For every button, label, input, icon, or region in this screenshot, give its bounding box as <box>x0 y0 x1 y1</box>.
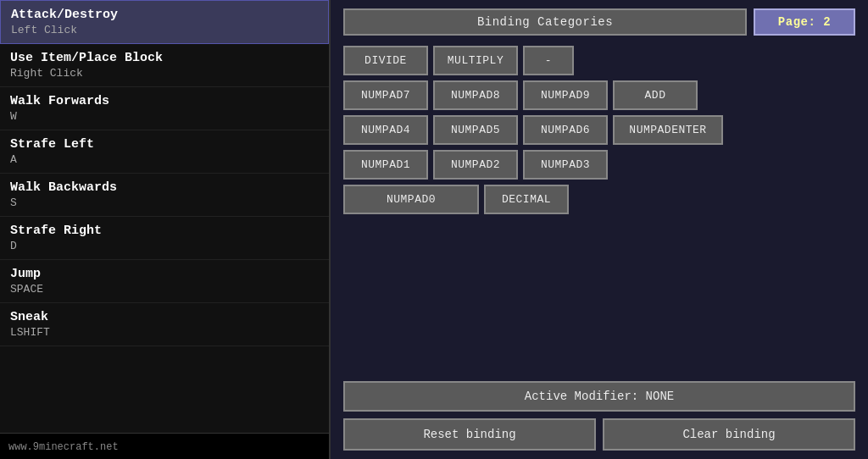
right-panel: Binding Categories Page: 2 DIVIDEMULTIPL… <box>331 0 868 459</box>
key-name: SPACE <box>10 283 319 296</box>
bottom-bar: Active Modifier: NONE Reset binding Clea… <box>343 373 855 451</box>
binding-list: Attack/Destroy Left Click Use Item/Place… <box>0 0 329 433</box>
key-name: S <box>10 196 319 209</box>
clear-binding-button[interactable]: Clear binding <box>603 418 855 451</box>
numpad-key-numpad5[interactable]: NUMPAD5 <box>433 115 518 145</box>
binding-item[interactable]: Strafe Left A <box>0 130 329 174</box>
page-button[interactable]: Page: 2 <box>754 8 855 36</box>
binding-item[interactable]: Use Item/Place Block Right Click <box>0 44 329 87</box>
action-name: Attack/Destroy <box>11 8 318 22</box>
numpad-key-numpad8[interactable]: NUMPAD8 <box>433 80 518 110</box>
numpad-key-numpad7[interactable]: NUMPAD7 <box>343 80 428 110</box>
left-panel: Attack/Destroy Left Click Use Item/Place… <box>0 0 331 459</box>
numpad-row: NUMPAD4NUMPAD5NUMPAD6NUMPADENTER <box>343 115 855 145</box>
action-name: Sneak <box>10 310 319 324</box>
numpad-grid: DIVIDEMULTIPLY-NUMPAD7NUMPAD8NUMPAD9ADDN… <box>343 46 855 373</box>
action-name: Use Item/Place Block <box>10 51 319 65</box>
numpad-row: NUMPAD1NUMPAD2NUMPAD3 <box>343 150 855 180</box>
reset-binding-button[interactable]: Reset binding <box>343 418 596 451</box>
binding-item[interactable]: Walk Forwards W <box>0 87 329 130</box>
key-name: LSHIFT <box>10 326 319 339</box>
action-name: Jump <box>10 267 319 281</box>
numpad-key-decimal[interactable]: DECIMAL <box>484 185 569 214</box>
binding-item[interactable]: Sneak LSHIFT <box>0 303 329 346</box>
watermark-text: www.9minecraft.net <box>8 441 119 453</box>
numpad-row: DIVIDEMULTIPLY- <box>343 46 855 75</box>
active-modifier-button[interactable]: Active Modifier: NONE <box>343 381 855 412</box>
action-name: Walk Forwards <box>10 94 319 108</box>
key-name: Right Click <box>10 67 319 80</box>
binding-item[interactable]: Jump SPACE <box>0 260 329 303</box>
numpad-key-numpad0[interactable]: NUMPAD0 <box>343 185 479 214</box>
action-name: Walk Backwards <box>10 180 319 195</box>
numpad-key-numpad6[interactable]: NUMPAD6 <box>523 115 608 145</box>
numpad-key-add[interactable]: ADD <box>613 80 698 110</box>
key-name: D <box>10 240 319 252</box>
key-name: A <box>10 153 319 166</box>
numpad-key-numpad4[interactable]: NUMPAD4 <box>343 115 428 145</box>
numpad-row: NUMPAD7NUMPAD8NUMPAD9ADD <box>343 80 855 110</box>
numpad-row: NUMPAD0DECIMAL <box>343 185 855 214</box>
numpad-key-multiply[interactable]: MULTIPLY <box>433 46 518 75</box>
top-bar: Binding Categories Page: 2 <box>343 8 855 36</box>
action-name: Strafe Left <box>10 137 319 152</box>
action-name: Strafe Right <box>10 224 319 238</box>
numpad-key-divide[interactable]: DIVIDE <box>343 46 428 75</box>
bottom-buttons: Reset binding Clear binding <box>343 418 855 451</box>
numpad-key-numpad1[interactable]: NUMPAD1 <box>343 150 428 180</box>
numpad-key-numpad2[interactable]: NUMPAD2 <box>433 150 518 180</box>
key-name: Left Click <box>11 24 318 36</box>
main-container: Attack/Destroy Left Click Use Item/Place… <box>0 0 868 459</box>
binding-item[interactable]: Strafe Right D <box>0 217 329 260</box>
binding-categories-button[interactable]: Binding Categories <box>343 8 747 36</box>
binding-item[interactable]: Walk Backwards S <box>0 174 329 217</box>
binding-item[interactable]: Attack/Destroy Left Click <box>0 0 329 44</box>
numpad-key--[interactable]: - <box>523 46 574 75</box>
numpad-key-numpad9[interactable]: NUMPAD9 <box>523 80 608 110</box>
watermark: www.9minecraft.net <box>0 433 329 459</box>
numpad-key-numpad3[interactable]: NUMPAD3 <box>523 150 608 180</box>
key-name: W <box>10 110 319 123</box>
numpad-key-numpadenter[interactable]: NUMPADENTER <box>613 115 723 145</box>
